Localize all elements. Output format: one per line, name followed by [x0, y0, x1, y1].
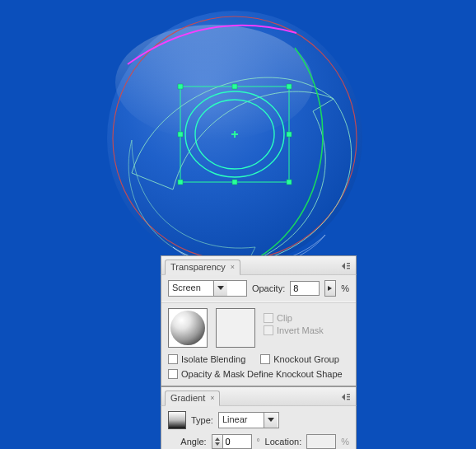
gradient-panel-body: Type: Linear Angle: ° Loc [161, 406, 357, 449]
opacity-mask-define-label: Opacity & Mask Define Knockout Shape [181, 369, 343, 379]
angle-stepper[interactable] [212, 434, 222, 449]
svg-rect-10 [287, 180, 292, 185]
close-icon[interactable]: × [210, 391, 214, 405]
opacity-label: Opacity: [252, 283, 285, 293]
chevron-down-icon [213, 281, 227, 296]
svg-rect-3 [178, 84, 183, 89]
clip-checkbox: Clip [264, 313, 324, 323]
svg-rect-18 [347, 399, 350, 400]
isolate-blending-checkbox[interactable]: Isolate Blending [168, 354, 245, 364]
invert-mask-checkbox: Invert Mask [264, 325, 324, 335]
svg-rect-13 [347, 263, 350, 264]
chevron-down-icon [264, 413, 278, 428]
panel-group: Transparency × Screen Opacity: [161, 255, 357, 449]
clip-label: Clip [277, 313, 292, 323]
mask-thumbnail[interactable] [216, 308, 255, 348]
svg-rect-16 [347, 394, 350, 395]
opacity-slider-button[interactable] [324, 280, 336, 297]
blend-mode-dropdown[interactable]: Screen [168, 280, 247, 297]
transparency-panel-body: Screen Opacity: % Clip [161, 275, 357, 386]
blend-mode-value: Screen [169, 281, 213, 296]
degree-icon: ° [257, 437, 260, 447]
gradient-type-value: Linear [219, 413, 264, 428]
transparency-panel-titlebar[interactable]: Transparency × [161, 255, 357, 275]
svg-rect-5 [287, 84, 292, 89]
knockout-group-label: Knockout Group [273, 354, 339, 364]
gradient-location-unit: % [341, 437, 349, 447]
svg-rect-17 [347, 396, 350, 397]
gradient-flyout-button[interactable] [339, 391, 352, 403]
gradient-angle-label: Angle: [180, 437, 206, 447]
knockout-group-checkbox[interactable]: Knockout Group [260, 354, 339, 364]
svg-rect-7 [287, 132, 292, 137]
isolate-blending-label: Isolate Blending [181, 354, 245, 364]
transparency-flyout-button[interactable] [339, 260, 352, 272]
gradient-location-field [306, 434, 336, 449]
flyout-menu-icon [341, 393, 351, 401]
gradient-angle-field[interactable] [212, 434, 252, 449]
stepper-icon [215, 437, 220, 446]
gradient-swatch[interactable] [168, 411, 186, 429]
gradient-type-dropdown[interactable]: Linear [218, 412, 279, 428]
gradient-location-label: Location: [265, 437, 302, 447]
gradient-angle-input[interactable] [222, 434, 252, 449]
opacity-field[interactable] [290, 281, 320, 296]
invert-mask-label: Invert Mask [277, 325, 324, 335]
opacity-input[interactable] [290, 281, 320, 296]
svg-rect-8 [178, 180, 183, 185]
opacity-mask-define-checkbox[interactable]: Opacity & Mask Define Knockout Shape [168, 369, 343, 379]
opacity-unit: % [341, 283, 349, 293]
chevron-right-icon [328, 286, 333, 291]
svg-rect-15 [347, 268, 350, 269]
close-icon[interactable]: × [231, 260, 235, 274]
transparency-tab[interactable]: Transparency × [165, 260, 240, 275]
gradient-location-input [306, 434, 336, 449]
svg-rect-14 [347, 265, 350, 266]
svg-rect-4 [232, 84, 237, 89]
svg-rect-9 [232, 180, 237, 185]
gradient-type-label: Type: [191, 415, 213, 425]
svg-rect-6 [178, 132, 183, 137]
flyout-menu-icon [341, 262, 351, 270]
gradient-panel-titlebar[interactable]: Gradient × [161, 386, 357, 406]
object-thumbnail[interactable] [168, 308, 208, 348]
gradient-tab[interactable]: Gradient × [165, 391, 220, 406]
gradient-tab-label: Gradient [170, 391, 205, 405]
transparency-tab-label: Transparency [170, 260, 226, 274]
